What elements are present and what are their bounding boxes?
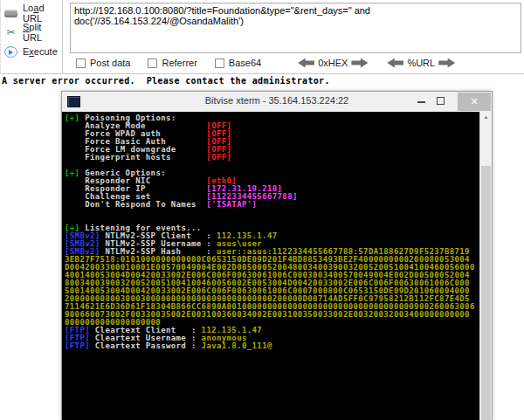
xterm-window: Bitvise xterm - 35.164.153.224:22 ✕ [+] …	[61, 91, 493, 420]
terminal-output: [+] Poisoning Options: Analyze Mode [OFF…	[65, 114, 478, 350]
terminal-line: Don't Respond To Names ['ISATAP']	[65, 201, 478, 209]
decode-arrow-icon[interactable]	[298, 59, 314, 68]
server-error-message: A server error occurred. Please contact …	[2, 76, 330, 86]
scrollbar-up-arrow-icon[interactable]: ▲	[480, 112, 492, 122]
scrollbar-thumb[interactable]	[481, 166, 491, 420]
terminal-client-area[interactable]: [+] Poisoning Options: Analyze Mode [OFF…	[62, 112, 492, 420]
toolbar-button-label: Load URL	[23, 3, 62, 24]
encode-arrow-icon[interactable]	[351, 59, 368, 68]
terminal-line: [FTP] Cleartext Password : Java1.8.0_111…	[65, 342, 478, 350]
checkbox-post-data[interactable]: Post data	[76, 58, 130, 68]
close-button[interactable]: ✕	[458, 93, 491, 111]
play-icon	[4, 46, 17, 58]
hackbar-toolbar: Load URL✂Split URLExecute http://192.168…	[0, 0, 524, 74]
checkbox-box[interactable]	[148, 59, 157, 68]
checkbox-box[interactable]	[76, 59, 86, 68]
options-row: Post dataReferrerBase640xHEX%URL	[76, 54, 455, 72]
toolbar-button-label: Execute	[23, 46, 58, 57]
xterm-window-title: Bitvise xterm - 35.164.153.224:22	[62, 95, 492, 106]
scrollbar-track[interactable]: ▲	[479, 112, 492, 420]
checkbox-referrer[interactable]: Referrer	[148, 58, 196, 68]
xterm-titlebar[interactable]: Bitvise xterm - 35.164.153.224:22 ✕	[62, 92, 492, 112]
toolbar-button-load-url[interactable]: Load URL	[1, 3, 62, 23]
minimize-button[interactable]	[417, 101, 425, 103]
checkbox-label: Base64	[229, 58, 261, 68]
toolbar-button-split-url[interactable]: ✂Split URL	[1, 23, 62, 42]
encoder-label: 0xHEX	[318, 58, 348, 68]
maximize-button[interactable]	[437, 97, 445, 105]
checkbox-label: Post data	[90, 58, 130, 68]
encoder-label: %URL	[407, 58, 435, 68]
encoder-hex: 0xHEX	[298, 58, 368, 68]
decode-arrow-icon[interactable]	[387, 59, 403, 68]
checkbox-base64[interactable]: Base64	[215, 58, 261, 68]
terminal-line	[65, 209, 478, 217]
checkbox-label: Referrer	[162, 58, 196, 68]
encode-arrow-icon[interactable]	[438, 59, 455, 68]
toolbar-button-list: Load URL✂Split URLExecute	[0, 0, 63, 74]
toolbar-button-label: Split URL	[23, 22, 62, 43]
url-input[interactable]: http://192.168.0.100:8080/?title=Foundat…	[70, 3, 521, 53]
scissors-icon: ✂	[4, 26, 17, 38]
toolbar-button-execute[interactable]: Execute	[1, 42, 62, 61]
encoder-url: %URL	[387, 58, 455, 68]
checkbox-box[interactable]	[215, 59, 224, 68]
load-url-icon	[4, 10, 17, 17]
terminal-line: Fingerprint hosts [OFF]	[65, 154, 478, 162]
